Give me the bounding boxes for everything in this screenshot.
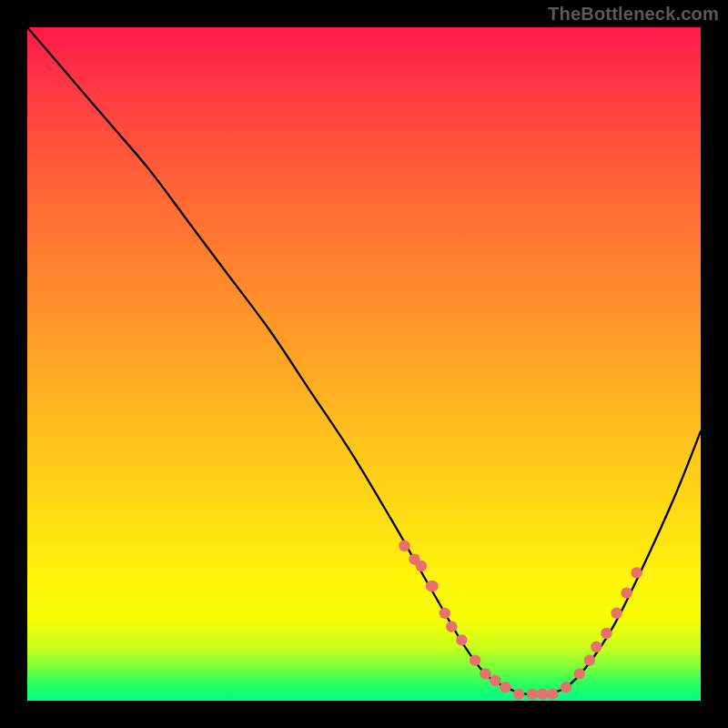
chart-frame: TheBottleneck.com [0, 0, 728, 728]
marker-dot [537, 688, 548, 699]
marker-dot [500, 682, 511, 693]
marker-dot [611, 608, 622, 619]
marker-dots [399, 541, 642, 700]
main-curve [27, 27, 701, 695]
watermark-text: TheBottleneck.com [548, 4, 719, 25]
marker-dot [480, 668, 490, 679]
marker-dot [440, 608, 450, 619]
marker-dot [446, 621, 457, 632]
marker-dot [601, 628, 612, 639]
marker-dot [574, 668, 585, 679]
marker-dot [399, 541, 410, 551]
marker-dot [584, 654, 595, 665]
marker-dot [427, 581, 438, 592]
marker-dot [416, 561, 427, 571]
marker-dot [527, 688, 538, 699]
marker-dot [547, 688, 558, 699]
marker-dot [513, 688, 524, 699]
marker-dot [561, 682, 571, 693]
plot-gradient-area [27, 27, 701, 701]
chart-svg [27, 27, 701, 701]
marker-dot [470, 654, 480, 665]
marker-dot [591, 642, 602, 652]
marker-dot [490, 675, 500, 686]
marker-dot [632, 567, 642, 578]
marker-dot [621, 587, 632, 598]
marker-dot [456, 634, 467, 645]
